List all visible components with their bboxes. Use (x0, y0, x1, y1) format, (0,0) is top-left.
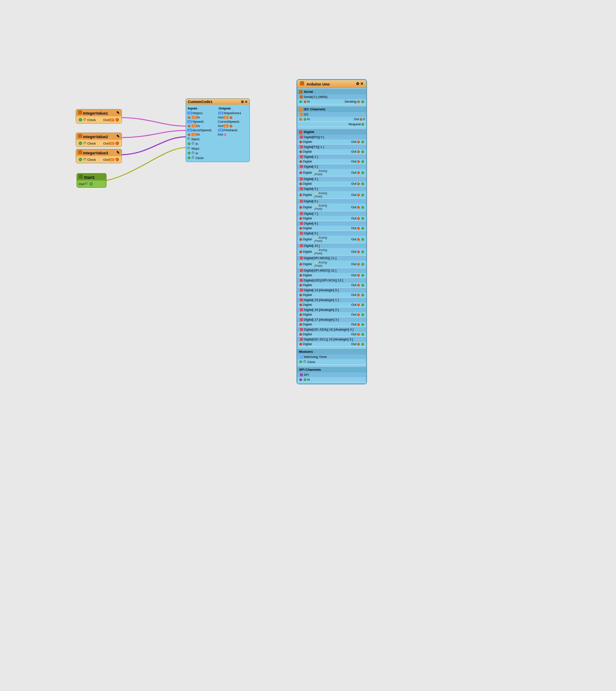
pin-15-analog-dot[interactable] (361, 313, 364, 316)
pin-7-out-dot2[interactable] (361, 227, 364, 230)
pin-0-in-dot[interactable] (299, 151, 302, 153)
pin-5-out-dot2[interactable] (361, 206, 364, 209)
pin-18-in-dot[interactable] (299, 343, 302, 346)
pin-2-out-dot2[interactable] (361, 171, 364, 174)
modules-clock-dot[interactable] (299, 360, 302, 363)
pin-7-out-dot[interactable] (357, 227, 360, 230)
i2c-request-dot[interactable] (361, 123, 364, 126)
pin-12-out-dot[interactable] (357, 284, 360, 286)
pin-17-analog-dot[interactable] (361, 333, 364, 336)
out-dot[interactable] (116, 142, 119, 145)
accel-in-dot[interactable] (188, 133, 190, 136)
pin-10-in-dot[interactable] (299, 263, 302, 266)
pin-12-out-dot2[interactable] (361, 284, 364, 286)
pin-7-in-dot[interactable] (299, 227, 302, 230)
pin-16-out-dot[interactable] (357, 323, 360, 326)
pin-6-out-dot[interactable] (357, 217, 360, 220)
pin-14-out-dot[interactable] (357, 304, 360, 306)
i2c-out-dot[interactable] (360, 118, 362, 121)
pin-14-in-dot[interactable] (299, 304, 302, 306)
clock-in-dot[interactable] (79, 158, 82, 161)
pin-6-in-dot[interactable] (299, 217, 302, 220)
serial-sending-dot2[interactable] (361, 100, 364, 103)
pin-9-out-dot2[interactable] (361, 251, 364, 253)
clock-in-dot[interactable] (79, 118, 82, 121)
pin-10-out-dot[interactable] (357, 263, 360, 266)
pin-5-out-dot[interactable] (357, 206, 360, 209)
arduino-close-icon[interactable]: ✕ (360, 82, 364, 86)
serial-v-dot[interactable] (299, 100, 302, 103)
pin-2-in-dot[interactable] (299, 171, 302, 174)
pin-15-in-dot[interactable] (299, 313, 302, 316)
edit-icon[interactable]: ✎ (116, 134, 120, 139)
pin-11-out-dot2[interactable] (361, 274, 364, 277)
pin-15-out-dot[interactable] (357, 313, 360, 316)
pin-0-out-dot[interactable] (357, 151, 360, 153)
pin-8-in-dot[interactable] (299, 238, 302, 241)
pin-18-analog-dot[interactable] (361, 343, 364, 346)
serial-sending-dot[interactable] (357, 100, 360, 103)
pin-5-in-dot[interactable] (299, 206, 302, 209)
i2c-in-dot1[interactable] (299, 118, 302, 121)
pin-2-out-dot[interactable] (357, 171, 360, 174)
pin-13-out-dot[interactable] (357, 294, 360, 296)
pin-13-analog-dot[interactable] (361, 294, 364, 296)
pin-17-in-dot[interactable] (299, 333, 302, 336)
out-dot[interactable] (116, 158, 119, 161)
pin-1-in-dot[interactable] (299, 160, 302, 163)
stepsdone-out-dot[interactable] (230, 116, 232, 119)
start1-in-dot[interactable] (188, 142, 190, 145)
start1-node[interactable]: Start1 Out ⏱ (77, 173, 107, 188)
pin-12-in-dot[interactable] (299, 284, 302, 286)
pin-9-in-dot[interactable] (299, 251, 302, 253)
edit-icon[interactable]: ✎ (116, 151, 120, 155)
rx-out-dot2[interactable] (361, 141, 364, 143)
pin-13-in-dot[interactable] (299, 294, 302, 296)
integer-value-1-node[interactable]: IntegerValue1 ✎ ⏱ Clock Out 37 (76, 109, 122, 124)
steps1-in-dot[interactable] (188, 116, 190, 119)
pin-10-out-dot2[interactable] (361, 263, 364, 266)
i2c-in-dot2[interactable] (304, 118, 306, 121)
pin-8-out-dot2[interactable] (361, 238, 364, 241)
settings-icon[interactable]: ⚙ (241, 100, 244, 104)
pin-1-out-dot[interactable] (357, 160, 360, 163)
speed1-in-dot[interactable] (188, 125, 190, 127)
pin-3-out-dot[interactable] (357, 183, 360, 185)
pin-6-out-dot2[interactable] (361, 217, 364, 220)
integer-value-3-node[interactable]: IntegerValue3 ✎ ⏱ Clock Out 32 (76, 149, 122, 163)
spi-in-dot2[interactable] (304, 378, 306, 381)
pin-4-out-dot[interactable] (357, 194, 360, 196)
pin-0-out-dot2[interactable] (361, 151, 364, 153)
serial-in-dot[interactable] (304, 100, 306, 103)
finished-out-dot[interactable] (224, 133, 226, 136)
arduino-uno-panel[interactable]: Arduino Uno ⚙ ✕ Serial Serial[ 0 ] (9600… (296, 79, 367, 384)
pin-8-out-dot[interactable] (357, 238, 360, 241)
pin-4-in-dot[interactable] (299, 194, 302, 196)
close-icon[interactable]: ✕ (245, 100, 248, 104)
integer-value-2-node[interactable]: IntegerValue2 ✎ ⏱ Clock Out 32 (76, 133, 122, 147)
out-dot[interactable] (116, 118, 119, 121)
pin-16-analog-dot[interactable] (361, 323, 364, 326)
clock-in-dot[interactable] (79, 142, 82, 145)
pin-3-out-dot2[interactable] (361, 183, 364, 185)
pin-11-in-dot[interactable] (299, 274, 302, 277)
rx-out-dot[interactable] (357, 141, 360, 143)
edit-icon[interactable]: ✎ (116, 111, 120, 115)
out-dot[interactable] (89, 182, 93, 186)
currentspeed-out-dot[interactable] (230, 125, 232, 127)
pin-17-out-dot[interactable] (357, 333, 360, 336)
arduino-settings-icon[interactable]: ⚙ (356, 82, 359, 86)
pin-9-out-dot[interactable] (357, 251, 360, 253)
pin-18-out-dot[interactable] (357, 343, 360, 346)
pin-4-out-dot2[interactable] (361, 194, 364, 196)
stop1-in-dot[interactable] (188, 152, 190, 154)
pin-1-out-dot2[interactable] (361, 160, 364, 163)
pin-3-in-dot[interactable] (299, 183, 302, 185)
spi-in-dot1[interactable] (299, 378, 302, 381)
pin-11-out-dot[interactable] (357, 274, 360, 277)
pin-14-analog-dot[interactable] (361, 304, 364, 306)
custom-code-1-node[interactable]: CustomCode1 ⚙ ✕ Inputs 12 Steps1 32 In (186, 98, 250, 162)
clock-in-dot[interactable] (188, 157, 190, 159)
rx-in-dot[interactable] (299, 141, 302, 143)
pin-16-in-dot[interactable] (299, 323, 302, 326)
